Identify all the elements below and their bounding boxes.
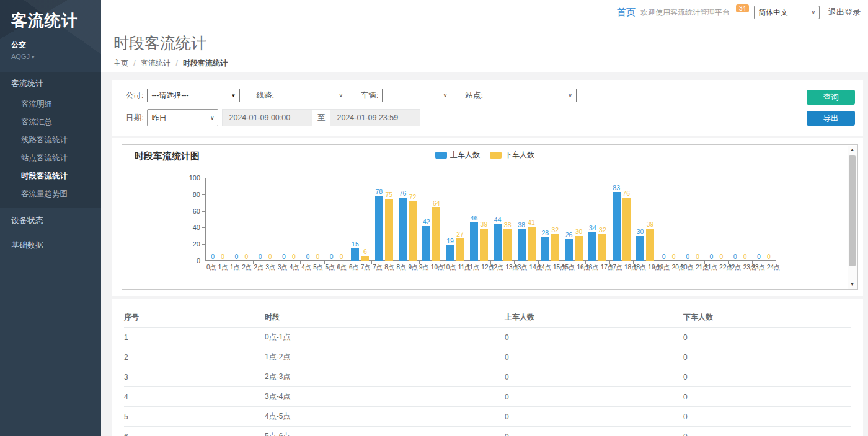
sidebar-subitem[interactable]: 客流量趋势图 bbox=[0, 185, 101, 203]
export-button[interactable]: 导出 bbox=[807, 111, 855, 126]
x-axis-tick bbox=[348, 261, 348, 264]
x-axis-tick-label: 23点-24点 bbox=[752, 263, 776, 272]
bar-value-label: 0 bbox=[686, 253, 689, 260]
chevron-down-icon: ∨ bbox=[811, 9, 815, 15]
bar: 27 bbox=[456, 238, 464, 261]
chart-scrollbar[interactable]: ▲ ▼ bbox=[848, 146, 857, 289]
bar-value-label: 39 bbox=[647, 220, 654, 228]
table-cell: 0 bbox=[683, 387, 851, 407]
x-axis-tick bbox=[467, 261, 467, 264]
x-axis-tick bbox=[657, 261, 657, 264]
table-cell: 0 bbox=[683, 407, 851, 427]
x-axis-tick-label: 17点-18点 bbox=[609, 263, 633, 272]
bar: 15 bbox=[351, 248, 359, 261]
y-axis-tick-label: 80 bbox=[179, 191, 200, 198]
hourly-flow-chart[interactable]: 时段车流统计图 上车人数 下车人数 0000000000001567875767… bbox=[122, 144, 858, 290]
bar-value-label: 42 bbox=[423, 218, 430, 225]
home-link[interactable]: 首页 bbox=[617, 7, 636, 19]
bar-group: 7672 bbox=[396, 178, 419, 261]
y-axis-tick bbox=[202, 261, 205, 261]
x-axis-tick bbox=[253, 261, 254, 264]
table-cell: 1 bbox=[124, 328, 265, 347]
org-code-dropdown[interactable]: AQGJ ▾ bbox=[11, 53, 90, 60]
sidebar-subitem[interactable]: 线路客流统计 bbox=[0, 131, 101, 149]
bar-value-label: 0 bbox=[696, 253, 699, 260]
station-label: 站点: bbox=[465, 90, 482, 101]
logout-link[interactable]: 退出登录 bbox=[828, 7, 861, 18]
x-axis-tick bbox=[776, 261, 776, 264]
bar-group: 00 bbox=[254, 178, 277, 261]
table-cell: 0 bbox=[505, 407, 683, 427]
vehicle-select[interactable]: ∨ bbox=[382, 89, 451, 102]
table-row: 65点-6点00 bbox=[124, 427, 851, 436]
query-button[interactable]: 查询 bbox=[807, 90, 855, 105]
x-axis-tick-label: 15点-16点 bbox=[562, 263, 585, 272]
scroll-up-icon[interactable]: ▲ bbox=[848, 146, 857, 154]
legend-boarding[interactable]: 上车人数 bbox=[435, 150, 480, 160]
bar: 26 bbox=[565, 239, 573, 261]
x-axis-tick-label: 6点-7点 bbox=[348, 263, 371, 272]
table-cell: 0点-1点 bbox=[265, 328, 505, 347]
scrollbar-thumb[interactable] bbox=[849, 155, 856, 266]
sidebar-section-passenger-stats: 客流统计 客流明细客流汇总线路客流统计站点客流统计时段客流统计客流量趋势图 bbox=[0, 72, 101, 208]
bar-value-label: 19 bbox=[446, 237, 454, 245]
bar-group: 7875 bbox=[372, 178, 396, 261]
bar: 42 bbox=[422, 226, 430, 261]
bar-value-label: 0 bbox=[662, 253, 666, 260]
legend-alighting[interactable]: 下车人数 bbox=[490, 150, 534, 160]
x-axis-tick-label: 14点-15点 bbox=[538, 263, 562, 272]
scroll-down-icon[interactable]: ▼ bbox=[848, 280, 857, 289]
bar-value-label: 0 bbox=[733, 253, 737, 260]
date-end-input[interactable]: 2024-01-09 23:59 bbox=[330, 109, 420, 126]
x-axis-tick-label: 18点-19点 bbox=[633, 263, 657, 272]
date-preset-select[interactable]: 昨日∨ bbox=[147, 109, 218, 126]
welcome-text: 欢迎使用客流统计管理平台 bbox=[640, 7, 730, 18]
bar: 46 bbox=[470, 222, 478, 261]
x-axis-tick-label: 22点-23点 bbox=[728, 263, 751, 272]
sidebar-subitem[interactable]: 站点客流统计 bbox=[0, 149, 101, 167]
x-axis-tick bbox=[538, 261, 539, 264]
breadcrumb-section[interactable]: 客流统计 bbox=[141, 59, 170, 68]
x-axis-tick bbox=[752, 261, 753, 264]
table-cell: 0 bbox=[505, 387, 683, 407]
x-axis-tick-label: 2点-3点 bbox=[253, 263, 277, 272]
bar-group: 00 bbox=[229, 178, 253, 261]
bar-group: 3841 bbox=[515, 178, 538, 261]
x-axis-tick bbox=[514, 261, 515, 264]
language-select[interactable]: 简体中文 ∨ bbox=[754, 6, 820, 19]
bar-value-label: 0 bbox=[672, 253, 676, 260]
bar-value-label: 41 bbox=[528, 219, 535, 226]
bar-value-label: 0 bbox=[757, 253, 761, 260]
company-select[interactable]: ---请选择---▼ bbox=[147, 89, 240, 102]
table-cell: 4 bbox=[124, 387, 265, 407]
sidebar-subitem[interactable]: 客流明细 bbox=[0, 95, 101, 113]
bar-value-label: 0 bbox=[340, 253, 343, 260]
x-axis-tick bbox=[562, 261, 562, 264]
bar-value-label: 64 bbox=[433, 199, 440, 207]
sidebar-item-passenger-stats[interactable]: 客流统计 bbox=[0, 72, 101, 95]
sidebar-subitem[interactable]: 时段客流统计 bbox=[0, 167, 101, 185]
x-axis-tick-label: 3点-4点 bbox=[277, 263, 300, 272]
sidebar-item-base-data[interactable]: 基础数据 bbox=[0, 233, 101, 258]
line-select[interactable]: ∨ bbox=[278, 89, 347, 102]
bar: 64 bbox=[432, 207, 440, 261]
x-axis-tick bbox=[277, 261, 277, 264]
y-axis-tick-label: 40 bbox=[179, 224, 200, 231]
filter-panel: 公司: ---请选择---▼ 线路: ∨ 车辆: ∨ 站点: ∨ 日期: bbox=[112, 80, 863, 136]
bar-group: 2832 bbox=[538, 178, 562, 261]
date-start-input[interactable]: 2024-01-09 00:00 bbox=[222, 109, 312, 126]
table-cell: 0 bbox=[683, 427, 851, 436]
vehicle-label: 车辆: bbox=[361, 90, 378, 101]
x-axis-tick-label: 20点-21点 bbox=[681, 263, 704, 272]
page-title: 时段客流统计 bbox=[113, 33, 868, 53]
bar-value-label: 46 bbox=[471, 214, 478, 222]
breadcrumb-home[interactable]: 主页 bbox=[113, 59, 128, 68]
station-select[interactable]: ∨ bbox=[487, 89, 577, 102]
sidebar-item-device-status[interactable]: 设备状态 bbox=[0, 208, 101, 233]
y-axis-tick bbox=[202, 244, 205, 245]
x-axis-tick-label: 0点-1点 bbox=[205, 263, 229, 272]
x-axis-tick-label: 9点-10点 bbox=[419, 263, 443, 272]
table-cell: 5点-6点 bbox=[265, 427, 505, 436]
bar-value-label: 0 bbox=[292, 253, 296, 260]
sidebar-subitem[interactable]: 客流汇总 bbox=[0, 113, 101, 131]
